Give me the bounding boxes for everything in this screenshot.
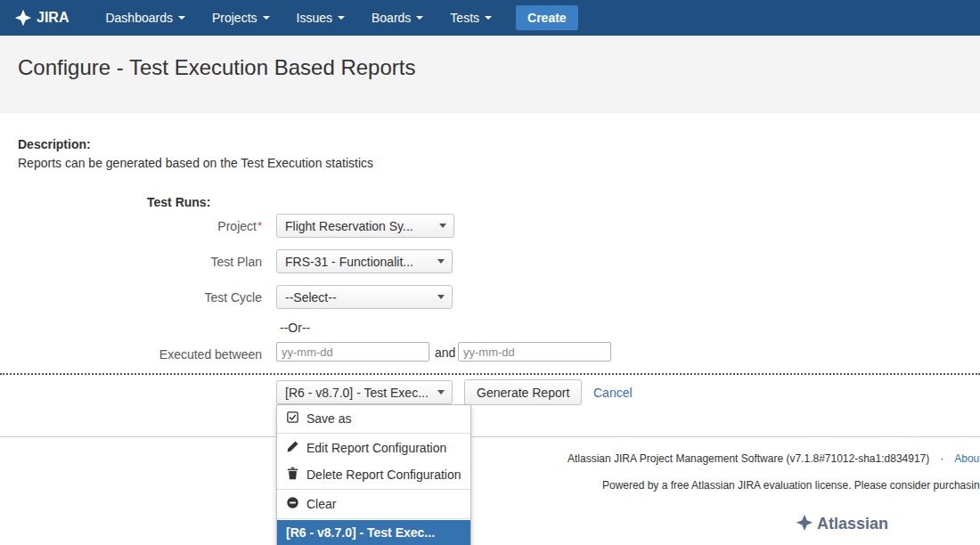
test-runs-section-label: Test Runs: bbox=[147, 195, 210, 209]
caret-down-icon bbox=[263, 16, 270, 20]
dotted-separator bbox=[0, 373, 980, 375]
footer-dot-separator: · bbox=[940, 452, 943, 465]
and-label: and bbox=[435, 346, 455, 360]
caret-down-icon bbox=[439, 224, 446, 228]
caret-down-icon bbox=[437, 259, 445, 264]
atlassian-logo[interactable]: Atlassian bbox=[796, 513, 888, 535]
menu-item-clear[interactable]: Clear bbox=[277, 491, 470, 517]
menu-separator bbox=[277, 518, 470, 519]
menu-item-saved-report-r6[interactable]: [R6 - v8.7.0] - Test Exec... bbox=[277, 520, 470, 545]
create-button[interactable]: Create bbox=[516, 5, 578, 30]
description-label: Description: bbox=[18, 137, 91, 151]
executed-to-date-input[interactable] bbox=[458, 342, 611, 362]
edit-pencil-icon bbox=[286, 440, 299, 456]
test-plan-field-label: Test Plan bbox=[0, 255, 262, 269]
cancel-link[interactable]: Cancel bbox=[593, 386, 633, 400]
nav-item-projects[interactable]: Projects bbox=[199, 0, 283, 36]
clear-minus-icon bbox=[286, 496, 299, 512]
save-as-icon bbox=[286, 411, 299, 427]
description-text: Reports can be generated based on the Te… bbox=[18, 156, 373, 170]
page-header: Configure - Test Execution Based Reports bbox=[0, 36, 980, 113]
footer-version-text: Atlassian JIRA Project Management Softwa… bbox=[568, 452, 929, 465]
generate-report-button[interactable]: Generate Report bbox=[464, 379, 582, 405]
caret-down-icon bbox=[485, 16, 492, 20]
caret-down-icon bbox=[178, 16, 185, 20]
or-label: --Or-- bbox=[280, 321, 310, 335]
project-select[interactable]: Flight Reservation Sy... bbox=[276, 214, 454, 238]
nav-item-issues[interactable]: Issues bbox=[283, 0, 358, 36]
report-options-menu: Save as Edit Report Configuration Delete… bbox=[276, 404, 471, 545]
jira-logo[interactable]: JIRA bbox=[14, 9, 69, 27]
footer-license-line: Powered by a free Atlassian JIRA evaluat… bbox=[602, 479, 980, 492]
top-nav: JIRA Dashboards Projects Issues Boards T… bbox=[0, 0, 980, 36]
caret-down-icon bbox=[338, 16, 345, 20]
page-title: Configure - Test Execution Based Reports bbox=[18, 55, 415, 80]
test-plan-select[interactable]: FRS-31 - Functionalit... bbox=[276, 249, 453, 273]
menu-separator bbox=[277, 489, 470, 490]
menu-item-delete-report-configuration[interactable]: Delete Report Configuration bbox=[277, 461, 470, 488]
test-cycle-field-label: Test Cycle bbox=[0, 290, 262, 305]
executed-between-field-label: Executed between bbox=[0, 347, 262, 362]
menu-item-edit-report-configuration[interactable]: Edit Report Configuration bbox=[277, 435, 470, 461]
jira-brand-label: JIRA bbox=[37, 10, 69, 26]
nav-menu: Dashboards Projects Issues Boards Tests bbox=[92, 0, 505, 36]
saved-report-select[interactable]: [R6 - v8.7.0] - Test Exec... bbox=[276, 380, 453, 404]
jira-logo-icon bbox=[14, 9, 32, 27]
about-link[interactable]: About bbox=[954, 452, 980, 465]
required-marker: * bbox=[257, 219, 262, 232]
caret-down-icon bbox=[416, 16, 423, 20]
atlassian-brand-label: Atlassian bbox=[817, 515, 888, 533]
caret-down-icon bbox=[437, 295, 445, 299]
test-cycle-select[interactable]: --Select-- bbox=[276, 285, 453, 309]
executed-from-date-input[interactable] bbox=[276, 342, 429, 362]
nav-item-boards[interactable]: Boards bbox=[358, 0, 437, 36]
caret-down-icon bbox=[437, 390, 445, 395]
trash-icon bbox=[286, 467, 299, 483]
menu-separator bbox=[277, 433, 470, 434]
nav-item-dashboards[interactable]: Dashboards bbox=[92, 0, 199, 36]
nav-item-tests[interactable]: Tests bbox=[437, 0, 505, 36]
footer-version-line: Atlassian JIRA Project Management Softwa… bbox=[568, 452, 980, 465]
project-field-label: Project* bbox=[0, 219, 262, 233]
footer-divider bbox=[0, 436, 980, 437]
atlassian-logo-icon bbox=[796, 513, 813, 535]
menu-item-save-as[interactable]: Save as bbox=[277, 405, 470, 432]
